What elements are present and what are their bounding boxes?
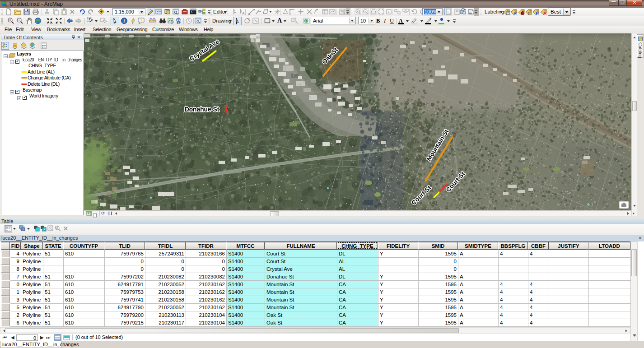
svg-text:O: O bbox=[305, 19, 308, 23]
svg-text:Donahue St: Donahue St bbox=[185, 106, 219, 113]
svg-text:A: A bbox=[242, 11, 245, 15]
svg-text:XY: XY bbox=[177, 21, 181, 24]
svg-text:i: i bbox=[124, 19, 125, 23]
svg-text:1: 1 bbox=[387, 10, 389, 14]
